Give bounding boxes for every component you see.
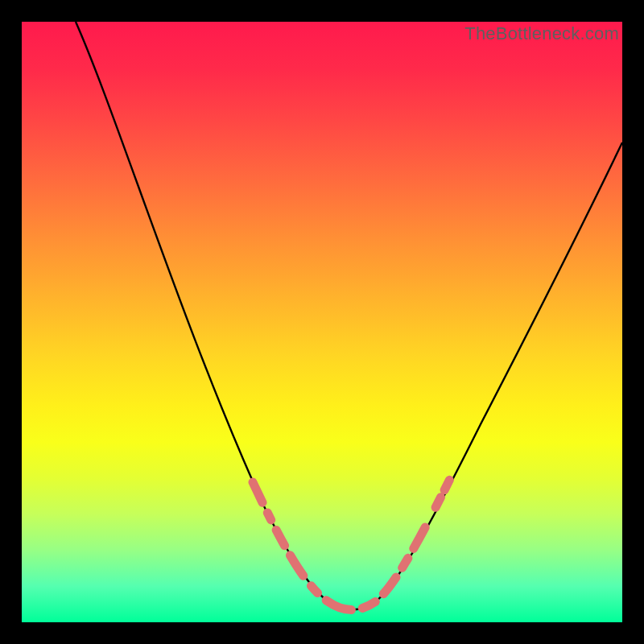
curve-layer (22, 22, 622, 622)
highlight-segment (253, 466, 456, 610)
chart-frame: TheBottleneck.com (0, 0, 644, 644)
plot-area: TheBottleneck.com (22, 22, 622, 622)
bottleneck-curve (76, 22, 622, 610)
